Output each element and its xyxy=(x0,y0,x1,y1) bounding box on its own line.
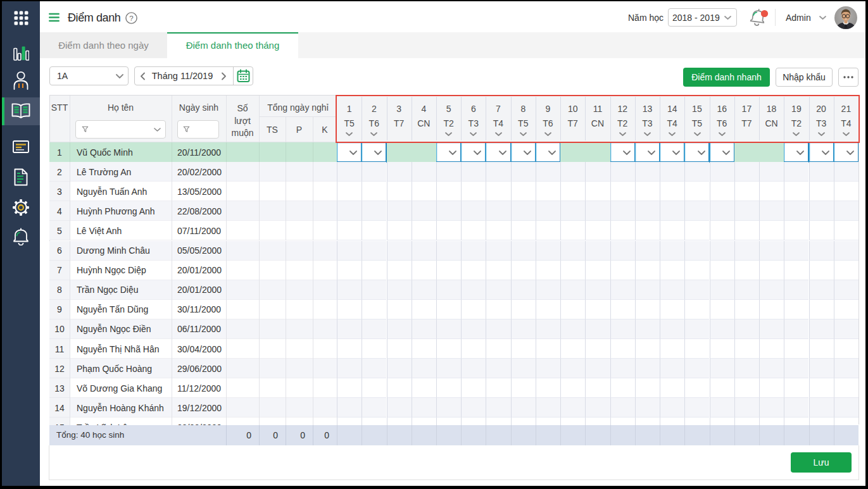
svg-text:?: ? xyxy=(129,15,133,22)
